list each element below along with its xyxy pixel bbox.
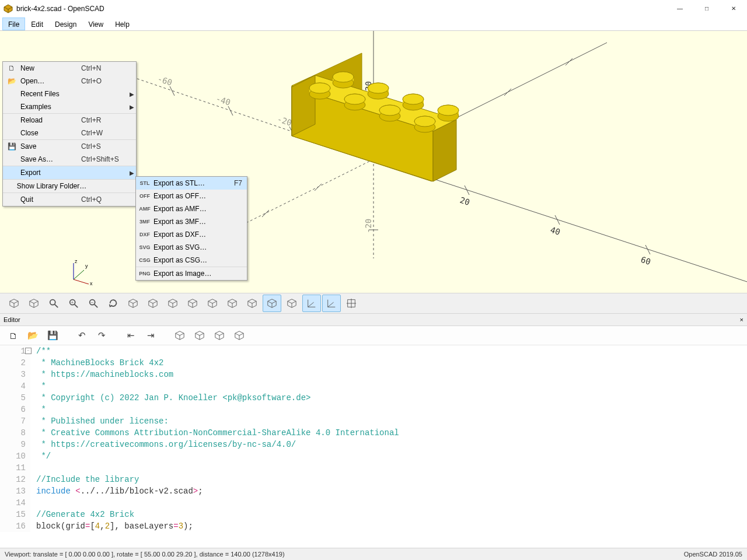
zoom-fit-icon[interactable] [44,295,63,312]
file-menu-item[interactable]: Export▶ [3,166,136,180]
export-format-icon: CSG [136,257,153,263]
code-line[interactable]: 4 * [0,380,747,392]
export-format-icon: 3MF [136,219,153,225]
menu-file[interactable]: File [2,18,25,30]
app-icon [4,4,13,13]
reset-view-icon[interactable] [104,295,123,312]
crosshair-icon[interactable] [342,295,361,312]
left-icon[interactable] [183,295,202,312]
zoom-out-icon[interactable]: − [84,295,103,312]
code-line[interactable]: 13include <../../lib/block-v2.scad>; [0,485,747,497]
code-text: /** [30,345,51,357]
line-number: 4 [0,380,30,392]
export-menu-item[interactable]: CSGExport as CSG… [136,254,247,267]
code-line[interactable]: 14 [0,497,747,509]
top-icon[interactable] [223,295,242,312]
editor-close-button[interactable]: × [740,316,743,323]
line-number: 3 [0,369,30,380]
menu-item-label: Examples [20,103,81,111]
export-menu-item[interactable]: 3MFExport as 3MF… [136,215,247,228]
indent-icon[interactable]: ⇥ [142,327,159,344]
export-menu-item[interactable]: SVGExport as SVG… [136,241,247,254]
minimize-button[interactable]: — [666,0,693,17]
open-file-icon[interactable]: 📂 [25,327,41,344]
export-menu-item[interactable]: DXFExport as DXF… [136,228,247,241]
save-file-icon[interactable]: 💾 [44,327,61,344]
rendered-model [292,53,459,181]
export-menu-item[interactable]: OFFExport as OFF… [136,190,247,202]
code-line[interactable]: 5 * Copyright (c) 2022 Jan P. Knoeller <… [0,392,747,404]
preview-icon[interactable] [172,327,188,344]
file-menu-item[interactable]: 💾SaveCtrl+S [3,140,136,153]
svg-line-21 [504,89,511,96]
code-text: */ [30,450,51,462]
fold-toggle-icon[interactable]: − [25,348,32,354]
file-menu-item[interactable]: Save As…Ctrl+Shift+S [3,153,136,166]
preview-icon[interactable] [5,295,23,312]
code-text: * [30,404,46,415]
status-left: Viewport: translate = [ 0.00 0.00 0.00 ]… [5,551,285,558]
code-text: include <../../lib/block-v2.scad>; [30,485,203,497]
redo-icon[interactable]: ↷ [93,327,110,344]
file-menu-item[interactable]: 🗋NewCtrl+N [3,62,136,75]
unindent-icon[interactable]: ⇤ [123,327,139,344]
send-to-printer-icon[interactable] [231,327,247,344]
menu-item-label: Export as STL… [153,179,222,187]
menu-item-shortcut: Ctrl+Shift+S [81,155,128,163]
front-icon[interactable] [144,295,162,312]
svg-point-44 [344,94,365,104]
line-number: 15 [0,509,30,520]
code-line[interactable]: 11 [0,462,747,474]
new-file-icon[interactable]: 🗋 [5,327,21,344]
code-line[interactable]: 9 * https://creativecommons.org/licenses… [0,439,747,450]
render-icon[interactable] [191,327,208,344]
zoom-in-icon[interactable]: + [64,295,83,312]
code-line[interactable]: 12//Include the library [0,474,747,485]
export-stl-icon[interactable] [211,327,228,344]
code-line[interactable]: 7 * Published under license: [0,415,747,427]
menu-item-label: Save [20,142,81,150]
undo-icon[interactable]: ↶ [74,327,90,344]
show-scale-icon[interactable] [322,295,341,312]
export-menu-item[interactable]: STLExport as STL…F7 [136,177,247,190]
file-menu-item[interactable]: Examples▶ [3,100,136,114]
code-line[interactable]: 10 */ [0,450,747,462]
menu-item-label: Export as SVG… [153,243,222,251]
file-menu-item[interactable]: QuitCtrl+Q [3,193,136,206]
maximize-button[interactable]: □ [693,0,720,17]
export-menu-item[interactable]: AMFExport as AMF… [136,202,247,215]
menu-item-label: Export as CSG… [153,256,222,264]
svg-line-70 [74,270,84,279]
code-line[interactable]: 3 * https://machineblocks.com [0,369,747,380]
ortho-icon[interactable] [282,295,301,312]
code-editor[interactable]: 1−/**2 * MachineBlocks Brick 4x23 * http… [0,345,747,560]
viewport-3d[interactable]: 20 40 60 -20 -40 -60 20 -20 [0,31,747,293]
export-menu-item[interactable]: PNGExport as Image… [136,267,247,280]
code-line[interactable]: 2 * MachineBlocks Brick 4x2 [0,357,747,369]
file-menu-item[interactable]: Show Library Folder… [3,180,136,193]
code-line[interactable]: 16block(grid=[4,2], baseLayers=3); [0,520,747,532]
svg-line-23 [315,184,322,191]
file-menu-item[interactable]: CloseCtrl+W [3,127,136,140]
back-icon[interactable] [163,295,182,312]
menu-item-shortcut: Ctrl+O [81,77,128,85]
perspective-icon[interactable] [263,295,281,312]
window-title: brick-4x2.scad - OpenSCAD [16,5,104,13]
axes-icon[interactable] [25,295,43,312]
file-menu-item[interactable]: ReloadCtrl+R [3,114,136,127]
menu-edit[interactable]: Edit [25,18,49,30]
right-icon[interactable] [203,295,222,312]
file-menu-item[interactable]: Recent Files▶ [3,88,136,100]
view-all-icon[interactable] [124,295,142,312]
menu-help[interactable]: Help [109,18,135,30]
menu-design[interactable]: Design [49,18,82,30]
bottom-icon[interactable] [243,295,261,312]
menu-view[interactable]: View [82,18,109,30]
code-line[interactable]: 15//Generate 4x2 Brick [0,509,747,520]
close-button[interactable]: ✕ [720,0,747,17]
code-line[interactable]: 1−/** [0,345,747,357]
code-line[interactable]: 6 * [0,404,747,415]
show-axes-icon[interactable] [302,295,321,312]
code-line[interactable]: 8 * Creative Commons Attribution-NonComm… [0,427,747,439]
file-menu-item[interactable]: 📂Open…Ctrl+O [3,75,136,88]
